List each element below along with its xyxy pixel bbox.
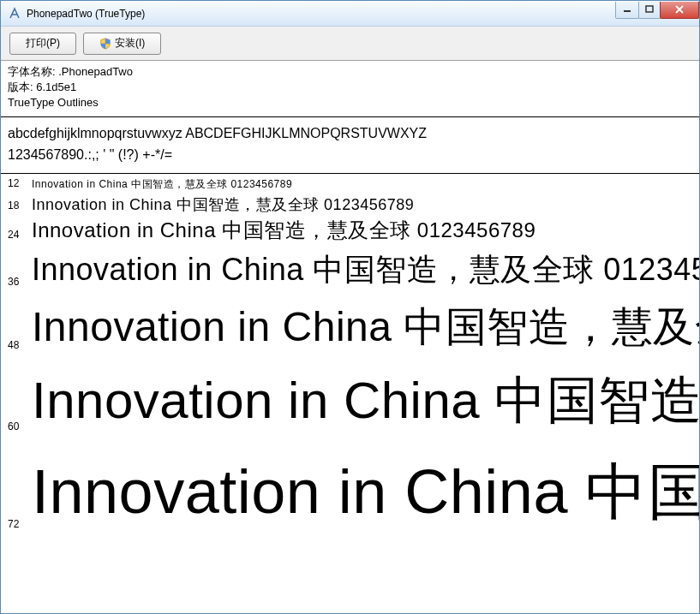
sample-row: 12 Innovation in China 中国智造，慧及全球 0123456… (8, 177, 699, 193)
version-row: 版本: 6.1d5e1 (8, 80, 692, 95)
font-name-row: 字体名称: .PhonepadTwo (8, 64, 692, 80)
sample-list: 12 Innovation in China 中国智造，慧及全球 0123456… (1, 174, 699, 613)
sample-text: Innovation in China 中国智造，慧及全球 0123456789 (32, 177, 292, 192)
sample-text: Innovation in China 中国智造，慧及全球 0123456789 (32, 217, 535, 244)
sample-text: Innovation in China 中国智造，慧及全球 0123456789 (32, 300, 699, 355)
sample-row: 72 Innovation in China 中国智造，慧及全球 0123456… (8, 451, 699, 534)
app-icon (8, 7, 21, 21)
svg-rect-0 (646, 6, 653, 12)
shield-icon (99, 38, 111, 50)
sample-row: 18 Innovation in China 中国智造，慧及全球 0123456… (8, 194, 699, 215)
font-info: 字体名称: .PhonepadTwo 版本: 6.1d5e1 TrueType … (1, 61, 699, 117)
minimize-button[interactable] (615, 2, 639, 19)
size-label: 60 (8, 420, 32, 436)
charset-line2: 1234567890.:,; ' " (!?) +-*/= (8, 144, 692, 166)
sample-text: Innovation in China 中国智造，慧及全球 0123456789 (32, 451, 699, 534)
outlines-row: TrueType Outlines (8, 95, 692, 110)
close-icon (674, 5, 685, 14)
size-label: 36 (8, 276, 32, 291)
size-label: 18 (8, 200, 32, 215)
maximize-icon (645, 5, 654, 14)
size-label: 48 (8, 339, 32, 355)
sample-row: 24 Innovation in China 中国智造，慧及全球 0123456… (8, 217, 699, 244)
print-label: 打印(P) (26, 36, 60, 51)
window-title: PhonepadTwo (TrueType) (27, 8, 616, 20)
titlebar[interactable]: PhonepadTwo (TrueType) (1, 1, 699, 27)
maximize-button[interactable] (638, 2, 661, 19)
sample-text: Innovation in China 中国智造，慧及全球 0123456789 (32, 249, 699, 291)
charset-line1: abcdefghijklmnopqrstuvwxyz ABCDEFGHIJKLM… (8, 122, 692, 145)
toolbar: 打印(P) 安装(I) (1, 27, 699, 61)
sample-text: Innovation in China 中国智造，慧及全球 0123456789 (32, 194, 414, 215)
install-label: 安装(I) (115, 36, 145, 51)
install-button[interactable]: 安装(I) (83, 33, 161, 55)
size-label: 12 (8, 177, 32, 193)
sample-row: 60 Innovation in China 中国智造，慧及全球 0123456… (8, 367, 699, 436)
sample-row: 48 Innovation in China 中国智造，慧及全球 0123456… (8, 300, 699, 355)
minimize-icon (623, 5, 631, 14)
print-button[interactable]: 打印(P) (9, 33, 76, 55)
sample-row: 36 Innovation in China 中国智造，慧及全球 0123456… (8, 249, 699, 291)
sample-text: Innovation in China 中国智造，慧及全球 0123456789 (32, 367, 699, 436)
charset-preview: abcdefghijklmnopqrstuvwxyz ABCDEFGHIJKLM… (1, 117, 699, 174)
size-label: 24 (8, 229, 32, 244)
window-controls (616, 2, 699, 19)
font-viewer-window: PhonepadTwo (TrueType) 打印(P) 安装(I) 字体名称:… (0, 0, 700, 614)
size-label: 72 (8, 518, 32, 534)
close-button[interactable] (660, 2, 699, 19)
